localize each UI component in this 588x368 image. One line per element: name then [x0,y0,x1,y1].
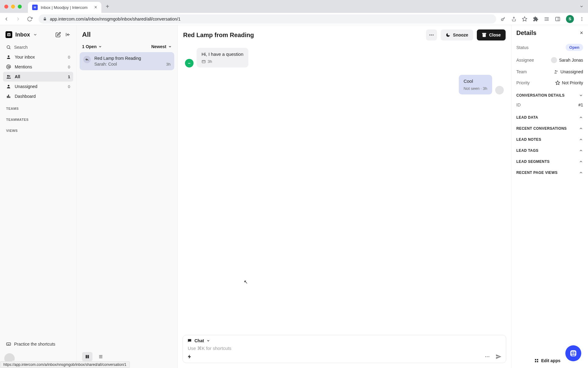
svg-rect-56 [537,361,538,362]
message-bubble[interactable]: Cool Not seen · 3h [459,75,492,94]
svg-point-40 [429,35,430,36]
svg-rect-55 [535,361,536,362]
section-label: LEAD NOTES [516,137,541,142]
url-text: app.intercom.com/a/inbox/nnsgmgob/inbox/… [50,17,180,21]
sidepanel-icon[interactable] [555,16,560,22]
help-launcher[interactable] [565,345,581,361]
intercom-logo-icon [6,31,12,38]
url-field[interactable]: app.intercom.com/a/inbox/nnsgmgob/inbox/… [39,14,496,24]
priority-value[interactable]: Not Priority [555,80,583,85]
sidebar-item-mentions[interactable]: Mentions 0 [3,62,73,72]
window-close-icon[interactable] [4,5,8,9]
send-button[interactable] [496,354,502,360]
list-view-toggle[interactable] [96,352,106,361]
svg-rect-26 [7,96,8,98]
chevron-down-icon[interactable] [33,33,37,37]
section-recent-page-views[interactable]: RECENT PAGE VIEWS [516,166,583,177]
sidebar-section-teammates[interactable]: TEAMMATES [3,112,73,123]
sidebar-item-all[interactable]: All 1 [3,72,73,82]
search-icon [6,45,11,50]
detail-row-assignee: Assignee Sarah Jonas [516,54,583,66]
reload-button[interactable] [27,16,34,22]
details-title: Details [516,29,537,36]
message-composer[interactable]: Chat Use ⌘K for shortcuts [183,335,506,363]
svg-rect-44 [483,34,485,37]
conversation-time: 3h [166,62,171,67]
chart-icon [6,94,11,99]
conversation-card[interactable]: Red Lamp from Reading Sarah: Cool 3h [80,52,174,70]
close-button[interactable]: Close [477,29,506,40]
edit-apps-button[interactable]: Edit apps [534,358,560,363]
section-lead-data[interactable]: LEAD DATA [516,110,583,121]
tab-close-icon[interactable]: × [94,5,97,10]
sidebar-item-unassigned[interactable]: Unassigned 0 [3,82,73,91]
sidebar-item-your-inbox[interactable]: Your inbox 0 [3,52,73,62]
star-icon[interactable] [522,16,527,22]
message-text: Hi, I have a question [202,52,243,57]
user-icon [6,55,11,59]
sidebar-section-teams[interactable]: TEAMS [3,101,73,112]
close-details-button[interactable]: × [580,30,583,36]
sidebar-section-views[interactable]: VIEWS [3,123,73,134]
assignee-value[interactable]: Sarah Jonas [551,57,583,63]
sidebar-item-label: All [15,74,20,79]
seen-icon [202,59,206,64]
status-filter[interactable]: 1 Open [82,44,102,49]
tabs-menu-icon[interactable] [579,4,584,9]
section-label: LEAD TAGS [516,148,538,153]
card-view-toggle[interactable] [82,352,92,361]
status-badge[interactable]: Open [566,44,583,51]
message-meta: 3h [202,59,243,64]
sidebar-item-count: 1 [68,75,70,79]
key-icon[interactable] [500,16,506,22]
people-icon [554,69,559,74]
section-recent-conversations[interactable]: RECENT CONVERSATIONS [516,121,583,132]
snooze-button[interactable]: Snooze [441,29,473,40]
sidebar-item-label: Your inbox [15,55,35,59]
composer-mode-selector[interactable]: Chat [187,338,502,343]
svg-point-19 [7,46,10,48]
section-lead-tags[interactable]: LEAD TAGS [516,144,583,155]
priority-name: Not Priority [562,80,583,85]
share-icon[interactable] [511,17,516,21]
composer-input[interactable]: Use ⌘K for shortcuts [187,343,502,354]
sidebar-item-label: Dashboard [15,94,36,99]
sort-filter[interactable]: Newest [151,44,172,49]
back-button[interactable] [4,16,11,22]
forward-button[interactable] [15,16,23,22]
conversation-name: Red Lamp from Reading [94,56,163,61]
detail-label: Status [516,45,529,50]
sidebar-item-dashboard[interactable]: Dashboard [3,91,73,101]
conversation-list-pane: All 1 Open Newest Red Lamp from Reading … [77,25,178,368]
more-icon[interactable] [484,354,490,359]
kebab-menu-icon[interactable] [579,17,584,21]
collapse-sidebar-icon[interactable] [65,32,71,37]
section-lead-notes[interactable]: LEAD NOTES [516,132,583,144]
profile-avatar[interactable]: S [566,15,574,23]
compose-icon[interactable] [55,32,61,37]
bolt-icon[interactable] [187,354,192,359]
address-bar: app.intercom.com/a/inbox/nnsgmgob/inbox/… [0,13,588,25]
new-tab-button[interactable]: + [106,3,109,10]
chevron-up-icon [579,171,583,175]
practice-shortcuts-button[interactable]: Practice the shortcuts [3,339,73,350]
message-outgoing: Cool Not seen · 3h [185,75,504,94]
section-conversation-details[interactable]: CONVERSATION DETAILS [516,88,583,99]
section-label: RECENT CONVERSATIONS [516,126,567,131]
browser-tab[interactable]: III Inbox | Moodjoy | Intercom × [28,2,101,13]
extensions-icon[interactable] [533,16,538,22]
more-actions-button[interactable] [426,29,437,40]
window-maximize-icon[interactable] [18,5,22,9]
avatar-icon [551,57,557,63]
search-button[interactable]: Search [3,42,73,52]
team-value[interactable]: Unassigned [554,69,583,74]
sidebar-title: Inbox [15,32,30,38]
sidebar-item-count: 0 [68,65,70,69]
message-bubble[interactable]: Hi, I have a question 3h [197,48,248,67]
section-lead-segments[interactable]: LEAD SEGMENTS [516,155,583,166]
window-minimize-icon[interactable] [11,5,15,9]
message-text: Cool [464,79,487,84]
reading-list-icon[interactable] [544,16,549,22]
section-label: LEAD SEGMENTS [516,159,550,164]
svg-rect-54 [537,359,538,360]
